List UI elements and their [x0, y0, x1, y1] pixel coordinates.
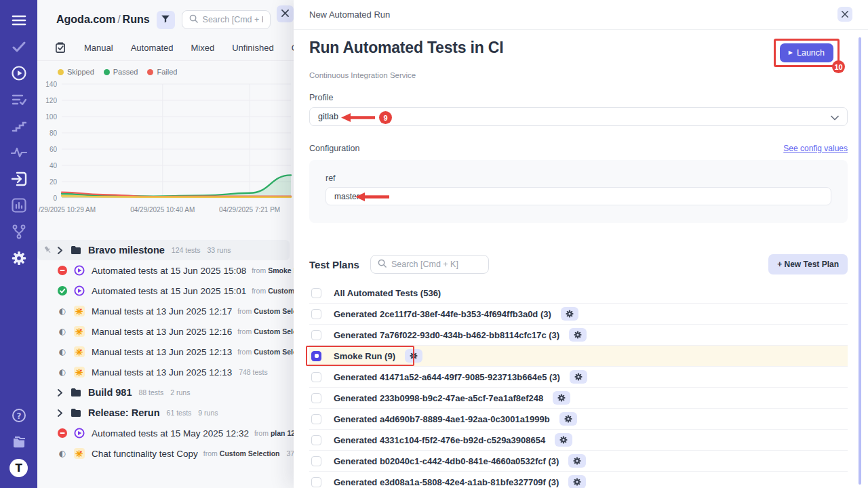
test-plan-row[interactable]: Smoke Run (9) [309, 346, 848, 367]
status-blocked-icon [58, 428, 67, 438]
see-config-values-link[interactable]: See config values [783, 144, 848, 153]
new-test-plan-button[interactable]: + New Test Plan [768, 254, 848, 274]
status-in-progress-icon: ◐ [58, 348, 67, 356]
files-icon[interactable] [0, 428, 37, 455]
test-plans-search-input[interactable] [391, 260, 481, 269]
import-icon[interactable] [0, 165, 37, 192]
run-row[interactable]: ◐Manual tests at 13 Jun 2025 12:17fromCu… [37, 301, 294, 321]
test-plan-row[interactable]: Generated 2ce11f7d-38ef-44fe-b353-4f694f… [309, 304, 848, 325]
test-plan-row[interactable]: Generated e3d08a1a-5808-42e4-a1ab-81bfe3… [309, 472, 848, 488]
test-plan-checkbox[interactable] [311, 330, 321, 340]
ref-input[interactable] [326, 187, 831, 205]
test-plan-settings-button[interactable] [561, 307, 578, 321]
test-plan-settings-button[interactable] [555, 433, 572, 447]
help-icon[interactable]: ? [0, 402, 37, 428]
filter-button[interactable] [157, 11, 175, 29]
check-icon[interactable] [0, 33, 37, 60]
play-circle-icon[interactable] [0, 60, 37, 86]
test-plan-settings-button[interactable] [405, 349, 422, 363]
test-plan-checkbox[interactable] [311, 351, 321, 361]
test-plan-row[interactable]: All Automated Tests (536) [309, 283, 848, 304]
svg-text:/29/2025 10:29 AM: /29/2025 10:29 AM [39, 206, 96, 214]
svg-text:04/29/2025 10:40 AM: 04/29/2025 10:40 AM [130, 206, 195, 214]
branch-icon[interactable] [0, 218, 37, 245]
legend-label: Skipped [67, 68, 94, 76]
list-check-icon[interactable] [0, 86, 37, 113]
chevron-right-icon[interactable] [58, 247, 62, 254]
modal-scrollbar[interactable] [859, 37, 861, 485]
test-plan-label: Generated a4d690b7-8889-4ae1-92aa-0c3001… [334, 414, 550, 424]
runs-tabs: ManualAutomatedMixedUnfinishedGroups [37, 33, 294, 61]
test-plan-row[interactable]: Generated 7a76f022-93d0-434b-b462-bb8114… [309, 325, 848, 346]
test-plan-checkbox[interactable] [311, 477, 321, 487]
run-row[interactable]: ◐Manual tests at 13 Jun 2025 12:13748 te… [37, 362, 294, 382]
chevron-right-icon[interactable] [58, 389, 62, 396]
run-board-icon[interactable] [55, 42, 66, 54]
panel-close-button[interactable] [277, 5, 294, 22]
tab-manual[interactable]: Manual [84, 43, 113, 53]
annotation-arrow-profile [341, 113, 376, 124]
runs-search-input[interactable] [203, 15, 263, 24]
legend-item-passed: Passed [104, 68, 138, 76]
manual-run-icon [73, 448, 85, 459]
tab-automated[interactable]: Automated [131, 43, 174, 53]
test-plan-row[interactable]: Generated 41471a52-a644-49f7-9085-923713… [309, 367, 848, 388]
chevron-right-icon[interactable] [58, 409, 62, 417]
test-plan-settings-button[interactable] [568, 454, 586, 468]
test-plan-row[interactable]: Generated 233b0998-b9c2-47ae-a5cf-7ea1af… [309, 388, 848, 409]
steps-icon[interactable] [0, 113, 37, 139]
test-plan-label: Generated 7a76f022-93d0-434b-b462-bb8114… [334, 330, 559, 340]
test-plan-checkbox[interactable] [311, 435, 321, 445]
tab-mixed[interactable]: Mixed [191, 43, 215, 53]
run-row[interactable]: Automated tests at 15 Jun 2025 15:08from… [37, 260, 294, 281]
launch-button[interactable]: ▶ Launch [780, 43, 833, 62]
profile-select[interactable]: gitlab 9 [309, 107, 848, 126]
test-plan-label: Smoke Run (9) [334, 351, 395, 361]
legend-dot [58, 69, 64, 75]
run-group-row[interactable]: Bravo milestone124 tests33 runs [37, 240, 290, 260]
bar-chart-icon[interactable] [0, 192, 37, 218]
project-name[interactable]: Agoda.com [56, 14, 115, 25]
tab-unfinished[interactable]: Unfinished [232, 43, 273, 53]
test-plan-settings-button[interactable] [559, 412, 577, 426]
test-plan-settings-button[interactable] [570, 370, 587, 384]
test-plan-checkbox[interactable] [311, 393, 321, 403]
run-tests-count: 37 tests [287, 449, 294, 458]
activity-icon[interactable] [0, 139, 37, 165]
folder-icon [71, 388, 81, 397]
run-row[interactable]: Automated tests at 15 Jun 2025 15:01from… [37, 281, 294, 301]
test-plan-row[interactable]: Generated 4331c104-f5f2-476e-b92d-c529a3… [309, 430, 848, 451]
run-group-row[interactable]: Release: Rerun61 tests9 runs [37, 403, 294, 423]
test-plan-checkbox[interactable] [311, 372, 321, 382]
run-row[interactable]: ◐Manual tests at 13 Jun 2025 12:13fromCu… [37, 342, 294, 362]
manual-run-icon [73, 346, 85, 357]
test-plan-checkbox[interactable] [311, 414, 321, 424]
folder-icon [71, 408, 81, 418]
run-row[interactable]: Automated tests at 15 May 2025 12:32from… [37, 423, 294, 443]
run-label: Automated tests at 15 May 2025 12:32 [92, 428, 249, 439]
menu-icon[interactable] [0, 7, 37, 33]
test-plan-row[interactable]: Generated a4d690b7-8889-4ae1-92aa-0c3001… [309, 409, 848, 430]
test-plans-search[interactable] [370, 255, 489, 274]
runs-panel-header: Agoda.com/Runs [37, 0, 294, 33]
user-avatar[interactable]: T [0, 455, 37, 481]
test-plan-settings-button[interactable] [569, 328, 587, 342]
run-group-row[interactable]: Build 98188 tests2 runs [37, 382, 294, 403]
test-plan-checkbox[interactable] [311, 288, 321, 298]
modal-close-button[interactable] [837, 7, 852, 22]
test-plan-row[interactable]: Generated b02040c1-c442-4db0-841e-4660a0… [309, 451, 848, 472]
runs-panel: Agoda.com/Runs ManualAutomatedMixedUnfin… [37, 0, 294, 488]
run-row[interactable]: ◐Chat functinality test CopyfromCustom S… [37, 443, 294, 464]
test-plan-label: All Automated Tests (536) [334, 288, 441, 298]
test-plan-checkbox[interactable] [311, 456, 321, 466]
play-icon: ▶ [789, 50, 793, 56]
gear-icon[interactable] [0, 245, 37, 271]
runs-search[interactable] [182, 10, 271, 29]
test-plan-settings-button[interactable] [568, 475, 586, 488]
test-plan-checkbox[interactable] [311, 309, 321, 319]
close-icon [281, 9, 289, 19]
automated-run-icon [73, 428, 85, 439]
test-plan-settings-button[interactable] [553, 391, 570, 405]
pin-icon [43, 245, 52, 256]
run-row[interactable]: ◐Manual tests at 13 Jun 2025 12:16fromCu… [37, 321, 294, 342]
